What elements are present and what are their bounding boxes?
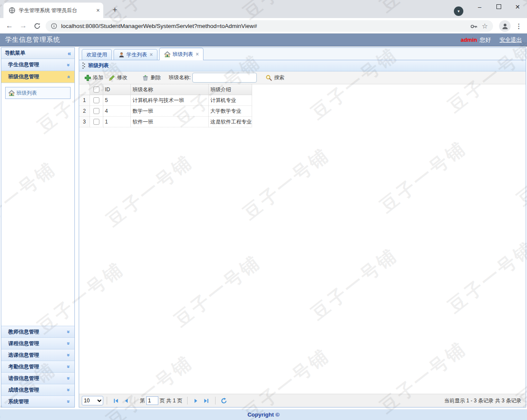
sidebar-subitem-label: 班级列表 xyxy=(16,90,37,97)
row-checkbox[interactable] xyxy=(93,97,99,103)
copyright-text: Copyright © xyxy=(247,411,280,418)
back-button[interactable]: ← xyxy=(4,21,15,31)
browser-tab-title: 学生管理系统 管理员后台 xyxy=(19,7,93,14)
cell-class-name[interactable]: 计算机科学与技术一班 xyxy=(131,95,209,106)
chevron-double-down-icon: » xyxy=(66,377,72,380)
tab-student-list[interactable]: 学生列表 × xyxy=(114,49,157,60)
sidebar-item-course-info[interactable]: 课程信息管理 » xyxy=(1,337,74,349)
maximize-icon xyxy=(496,4,501,9)
sidebar-collapse-icon[interactable]: « xyxy=(68,50,71,57)
cell-class-intro[interactable]: 这是软件工程专业 xyxy=(209,117,252,127)
browser-tab[interactable]: 学生管理系统 管理员后台 × xyxy=(3,3,103,18)
cell-id[interactable]: 1 xyxy=(103,117,131,127)
sidebar-item-label: 课程信息管理 xyxy=(8,340,39,347)
tab-welcome[interactable]: 欢迎使用 xyxy=(82,49,112,60)
logout-link[interactable]: 安全退出 xyxy=(499,36,522,44)
greeting-text: 您好 xyxy=(480,36,491,44)
browser-menu-button[interactable]: ⋮ xyxy=(514,20,524,32)
main-panel: 欢迎使用 学生列表 × 班级列表 × xyxy=(79,47,526,408)
reload-button[interactable] xyxy=(32,21,42,31)
first-page-button[interactable] xyxy=(111,396,121,405)
forward-button[interactable]: → xyxy=(18,21,28,31)
separator xyxy=(215,397,216,405)
sidebar-item-student-info[interactable]: 学生信息管理 » xyxy=(1,59,74,71)
tab-label: 班级列表 xyxy=(173,51,193,58)
sidebar-item-class-info[interactable]: 班级信息管理 » xyxy=(1,71,74,83)
delete-icon xyxy=(142,74,149,81)
chevron-double-down-icon: » xyxy=(66,330,72,334)
password-key-icon[interactable] xyxy=(470,22,478,30)
chevron-double-down-icon: » xyxy=(66,400,72,403)
cell-class-name[interactable]: 数学一班 xyxy=(131,106,209,117)
sidebar-item-course-selection-info[interactable]: 选课信息管理 » xyxy=(1,349,74,361)
new-tab-button[interactable]: + xyxy=(109,4,120,15)
header-class-intro[interactable]: 班级介绍 xyxy=(209,84,252,95)
add-button[interactable]: 添加 xyxy=(82,73,106,82)
chevron-double-down-icon: » xyxy=(66,342,72,345)
row-checkbox-cell xyxy=(90,106,103,117)
bookmark-star-icon[interactable]: ☆ xyxy=(482,22,488,30)
info-icon[interactable] xyxy=(51,23,57,29)
edit-button-label: 修改 xyxy=(117,74,127,81)
header-class-name[interactable]: 班级名称 xyxy=(131,84,209,95)
edit-button[interactable]: 修改 xyxy=(106,73,130,82)
cell-id[interactable]: 5 xyxy=(103,95,131,106)
sidebar-subitem-class-list[interactable]: 班级列表 xyxy=(5,87,71,99)
window-maximize-button[interactable] xyxy=(489,0,508,13)
sidebar-item-attendance-info[interactable]: 考勤信息管理 » xyxy=(1,361,74,372)
chevron-double-down-icon: » xyxy=(66,354,72,357)
sidebar-item-system-management[interactable]: 系统管理 » xyxy=(1,395,74,407)
tab-class-list[interactable]: 班级列表 × xyxy=(159,48,203,60)
row-checkbox[interactable] xyxy=(93,108,99,114)
sidebar-item-grade-info[interactable]: 成绩信息管理 » xyxy=(1,384,74,395)
last-page-button[interactable] xyxy=(201,396,212,405)
class-name-input[interactable] xyxy=(192,73,257,83)
row-number: 3 xyxy=(79,117,90,127)
globe-favicon-icon xyxy=(9,7,15,14)
sidebar-item-label: 班级信息管理 xyxy=(8,73,39,80)
cell-class-intro[interactable]: 大学数学专业 xyxy=(209,106,252,117)
cell-class-name[interactable]: 软件一班 xyxy=(131,117,209,127)
tab-close-icon[interactable]: × xyxy=(150,52,153,58)
sidebar-item-label: 考勤信息管理 xyxy=(8,363,39,371)
prev-page-button[interactable] xyxy=(121,396,131,405)
search-button[interactable]: 搜索 xyxy=(263,73,287,82)
sidebar-bottom-group: 教师信息管理 » 课程信息管理 » 选课信息管理 » 考勤信息管理 » 请假信息… xyxy=(1,326,74,407)
search-button-label: 搜索 xyxy=(274,74,284,81)
refresh-button[interactable] xyxy=(219,396,229,405)
row-number: 2 xyxy=(79,106,90,117)
sidebar-item-teacher-info[interactable]: 教师信息管理 » xyxy=(1,326,74,337)
tab-close-icon[interactable]: × xyxy=(196,51,199,57)
page-size-select[interactable]: 10 xyxy=(82,396,103,405)
window-close-button[interactable]: ✕ xyxy=(508,0,527,13)
delete-button[interactable]: 删除 xyxy=(139,73,163,82)
drag-dots-icon xyxy=(82,62,85,69)
separator xyxy=(187,397,188,405)
select-all-checkbox[interactable] xyxy=(93,86,99,93)
cell-id[interactable]: 4 xyxy=(103,106,131,117)
class-name-label: 班级名称: xyxy=(169,74,191,81)
sidebar-item-leave-info[interactable]: 请假信息管理 » xyxy=(1,372,74,384)
refresh-icon xyxy=(221,398,227,404)
url-bar[interactable]: localhost:8080/StudentManagerWeb/SystemS… xyxy=(46,20,493,32)
browser-profile-avatar[interactable] xyxy=(499,20,511,32)
row-checkbox-cell xyxy=(90,95,103,106)
pagination-bar: 10 第 页 共 1 页 xyxy=(79,394,526,407)
chevron-double-down-icon: » xyxy=(66,63,72,66)
row-checkbox-cell xyxy=(90,117,103,127)
chevron-double-down-icon: » xyxy=(66,389,72,392)
row-checkbox[interactable] xyxy=(93,119,99,125)
header-id[interactable]: ID xyxy=(103,84,131,95)
cell-class-intro[interactable]: 计算机专业 xyxy=(209,95,252,106)
chevron-double-down-icon: » xyxy=(66,365,72,368)
page-number-input[interactable] xyxy=(146,396,158,405)
content-tabs-bar: 欢迎使用 学生列表 × 班级列表 × xyxy=(79,48,526,60)
window-controls: – ✕ xyxy=(470,0,527,13)
add-icon xyxy=(84,74,91,81)
window-minimize-button[interactable]: – xyxy=(470,0,489,13)
browser-update-badge-icon[interactable]: ▼ xyxy=(454,6,463,16)
tab-close-icon[interactable]: × xyxy=(96,7,100,13)
tab-label: 欢迎使用 xyxy=(86,51,107,59)
chevron-double-up-icon: » xyxy=(66,75,72,78)
next-page-button[interactable] xyxy=(191,396,201,405)
